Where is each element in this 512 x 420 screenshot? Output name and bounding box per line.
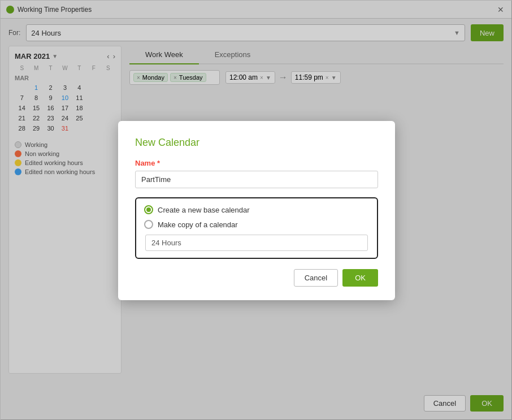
main-window: Working Time Properties ✕ For: 24 Hours … [0, 0, 512, 420]
modal-name-input[interactable] [135, 171, 378, 188]
modal-name-required: * [157, 159, 160, 167]
radio-make-copy[interactable]: Make copy of a calendar [144, 220, 369, 229]
modal-buttons: Cancel OK [135, 269, 378, 287]
modal-sub-select[interactable]: 24 Hours [145, 235, 368, 251]
radio-make-copy-label: Make copy of a calendar [158, 220, 238, 229]
modal-title: New Calendar [135, 137, 378, 149]
modal-radio-group: Create a new base calendar Make copy of … [135, 197, 378, 259]
modal-overlay: New Calendar Name * Create a new base ca… [1, 1, 512, 420]
radio-create-new[interactable]: Create a new base calendar [144, 205, 369, 214]
radio-create-new-inner [146, 207, 151, 212]
radio-make-copy-outer [144, 220, 153, 229]
modal-sub-select-wrapper: 24 Hours [144, 235, 369, 251]
modal-dialog: New Calendar Name * Create a new base ca… [118, 121, 395, 300]
modal-sub-select-value: 24 Hours [151, 239, 181, 247]
radio-create-new-outer [144, 205, 153, 214]
modal-name-label: Name * [135, 159, 378, 167]
modal-cancel-button[interactable]: Cancel [294, 269, 338, 287]
modal-ok-button[interactable]: OK [342, 269, 378, 287]
radio-create-new-label: Create a new base calendar [158, 206, 250, 214]
